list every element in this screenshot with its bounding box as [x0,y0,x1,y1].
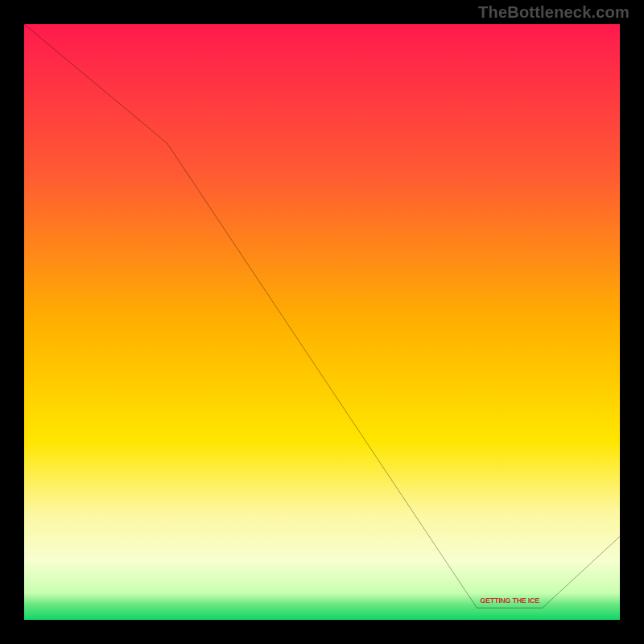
series-label: GETTING THE ICE [480,597,539,605]
line-series [24,24,620,620]
chart-stage: TheBottleneck.com GETTING THE ICE [0,0,644,644]
plot-area: GETTING THE ICE [24,24,620,620]
watermark-text: TheBottleneck.com [478,3,630,22]
